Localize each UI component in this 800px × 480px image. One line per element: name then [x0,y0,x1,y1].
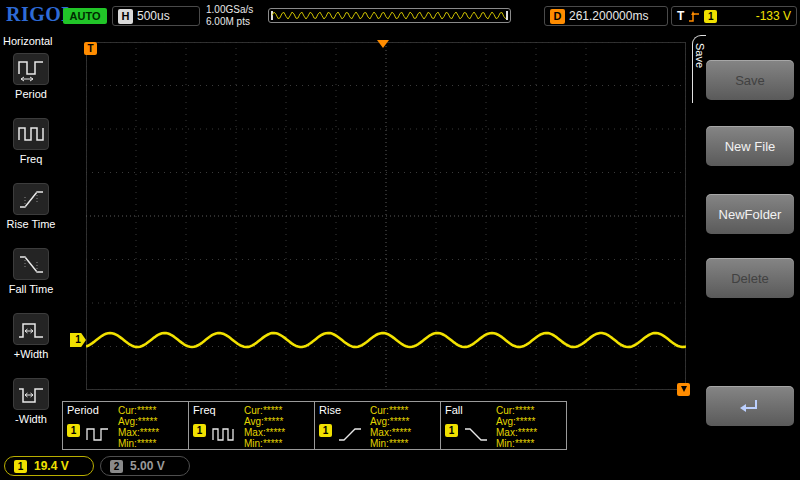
horizontal-chip: H [118,9,133,24]
measurement-name: Freq [193,404,216,416]
save-button[interactable]: Save [706,60,794,100]
rising-edge-icon [688,10,700,23]
measurement-cur: Cur:***** [496,405,537,416]
measurement-min: Min:***** [370,438,411,449]
sidebar-item-minus-width[interactable]: -Width [0,374,62,439]
left-measure-menu: Horizontal Period Freq Rise Time [0,32,62,452]
sample-rate: 1.00GSa/s [206,4,253,16]
minus-width-icon [16,380,46,408]
measurement-channel-chip: 1 [445,424,458,437]
period-icon [85,424,111,444]
freq-icon [16,120,46,148]
trigger-group[interactable]: T 1 -133 V [671,6,797,26]
bottom-status-bar: 1 19.4 V 2 5.00 V [0,452,800,480]
trigger-label: T [677,9,684,23]
measurement-name: Fall [445,404,463,416]
sidebar-item-label: Freq [20,153,43,165]
measurement-cur: Cur:***** [244,405,285,416]
run-state-badge: AUTO [63,8,107,24]
back-enter-button[interactable] [706,386,794,426]
sidebar-item-rise-time[interactable]: Rise Time [0,179,62,244]
channel2-status[interactable]: 2 5.00 V [100,456,190,476]
waveform-display [86,42,686,390]
rise-time-icon [337,424,363,444]
measurement-panel-freq: Freq 1 Cur:***** Avg:***** Max:***** Min… [188,401,315,450]
freq-icon [211,424,237,444]
sidebar-item-label: -Width [15,413,47,425]
menu-tab: Save [692,35,706,103]
trigger-source-chip: 1 [704,10,717,23]
sidebar-item-period[interactable]: Period [0,49,62,114]
measurement-results-row: Period 1 Cur:***** Avg:***** Max:***** M… [62,401,566,450]
measurement-channel-chip: 1 [67,424,80,437]
measurement-name: Rise [319,404,341,416]
top-status-bar: RIGOL AUTO H 500us 1.00GSa/s 6.00M pts D… [0,0,800,32]
sidebar-item-label: Period [15,88,47,100]
channel1-chip: 1 [14,460,27,473]
channel1-status[interactable]: 1 19.4 V [4,456,94,476]
measurement-name: Period [67,404,99,416]
measurement-panel-fall: Fall 1 Cur:***** Avg:***** Max:***** Min… [440,401,567,450]
enter-arrow-icon [738,397,762,415]
measurement-panel-rise: Rise 1 Cur:***** Avg:***** Max:***** Min… [314,401,441,450]
channel2-chip: 2 [110,460,123,473]
sidebar-item-plus-width[interactable]: +Width [0,309,62,374]
sidebar-item-label: +Width [14,348,49,360]
measurement-avg: Avg:***** [244,416,285,427]
delete-button[interactable]: Delete [706,258,794,298]
measurement-avg: Avg:***** [496,416,537,427]
sidebar-item-fall-time[interactable]: Fall Time [0,244,62,309]
sidebar-item-label: Rise Time [7,218,56,230]
measurement-channel-chip: 1 [319,424,332,437]
menu-tab-label: Save [694,43,706,68]
waveform-preview-strip[interactable] [268,8,511,23]
measurement-max: Max:***** [118,427,159,438]
sidebar-item-label: Fall Time [9,283,54,295]
horizontal-timebase-group[interactable]: H 500us [112,6,200,26]
new-folder-button[interactable]: NewFolder [706,194,794,234]
measurement-channel-chip: 1 [193,424,206,437]
measurement-panel-period: Period 1 Cur:***** Avg:***** Max:***** M… [62,401,189,450]
right-softkey-menu: Save Save New File NewFolder Delete [690,32,800,480]
measurement-cur: Cur:***** [370,405,411,416]
new-file-button[interactable]: New File [706,126,794,166]
measurement-max: Max:***** [370,427,411,438]
memory-depth: 6.00M pts [206,16,253,28]
measurement-avg: Avg:***** [370,416,411,427]
delay-value: 261.200000ms [569,9,648,23]
trigger-position-marker[interactable] [377,40,389,48]
horizontal-reference-marker: T [84,42,97,55]
preview-waveform-icon [272,9,508,22]
measurement-min: Min:***** [496,438,537,449]
delay-chip: D [550,9,565,24]
period-icon [16,55,46,83]
rise-time-icon [16,185,46,213]
delay-group[interactable]: D 261.200000ms [544,6,668,26]
trigger-level-value: -133 V [756,9,791,23]
measurement-avg: Avg:***** [118,416,159,427]
plus-width-icon [16,315,46,343]
fall-time-icon [16,250,46,278]
fall-time-icon [463,424,489,444]
delay-position-marker [677,383,690,396]
sidebar-item-freq[interactable]: Freq [0,114,62,179]
measurement-min: Min:***** [118,438,159,449]
measurement-max: Max:***** [496,427,537,438]
channel2-scale: 5.00 V [130,459,165,473]
left-menu-title: Horizontal [0,32,62,49]
timebase-value: 500us [137,9,170,23]
measurement-max: Max:***** [244,427,285,438]
acquisition-info: 1.00GSa/s 6.00M pts [206,4,253,28]
channel1-scale: 19.4 V [34,459,69,473]
channel1-ground-marker[interactable]: 1 [70,333,86,347]
measurement-min: Min:***** [244,438,285,449]
measurement-cur: Cur:***** [118,405,159,416]
